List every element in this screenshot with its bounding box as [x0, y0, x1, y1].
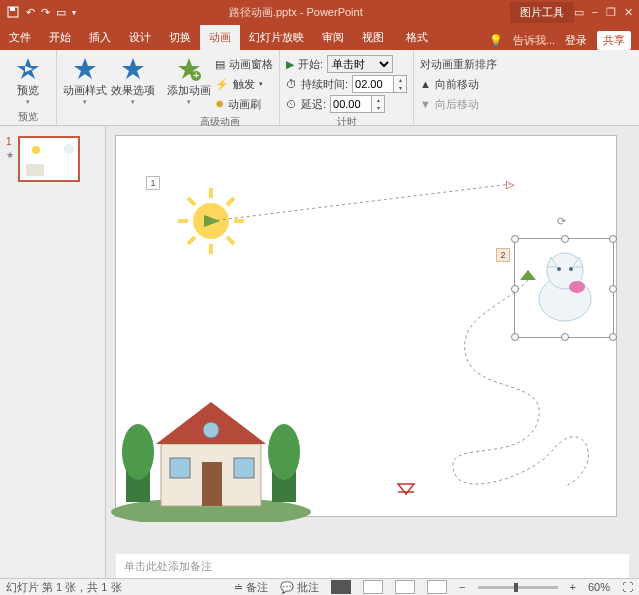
svg-line-19: [211, 184, 511, 221]
share-button[interactable]: 共享: [597, 31, 631, 50]
move-earlier-button[interactable]: ▲向前移动: [420, 74, 497, 94]
handle-se[interactable]: [609, 333, 617, 341]
delay-down[interactable]: ▾: [372, 104, 384, 112]
notes-pane[interactable]: 单击此处添加备注: [116, 550, 629, 578]
slide-thumbnail-1[interactable]: 1 ★: [4, 136, 101, 182]
handle-w[interactable]: [511, 285, 519, 293]
slide-editor[interactable]: 1 ▷ 2 ⟳: [106, 126, 639, 578]
tab-animations[interactable]: 动画: [200, 25, 240, 50]
tab-transitions[interactable]: 切换: [160, 25, 200, 50]
effect-options-button[interactable]: 效果选项▾: [111, 52, 155, 106]
down-arrow-icon: ▼: [420, 98, 431, 110]
duration-down[interactable]: ▾: [394, 84, 406, 92]
slideshow-view-button[interactable]: [427, 580, 447, 594]
trigger-button[interactable]: ⚡触发 ▾: [215, 74, 273, 94]
svg-rect-1: [10, 7, 15, 11]
svg-line-17: [227, 198, 234, 205]
move-later-button[interactable]: ▼向后移动: [420, 94, 497, 114]
svg-line-15: [227, 237, 234, 244]
zoom-in-button[interactable]: +: [570, 581, 576, 593]
delay-icon: ⏲: [286, 98, 297, 110]
preview-button[interactable]: 预览▾: [6, 52, 50, 106]
tab-format[interactable]: 格式: [397, 25, 437, 50]
animation-tag-1[interactable]: 1: [146, 176, 160, 190]
tab-slideshow[interactable]: 幻灯片放映: [240, 25, 313, 50]
svg-rect-37: [170, 458, 190, 478]
handle-e[interactable]: [609, 285, 617, 293]
tab-design[interactable]: 设计: [120, 25, 160, 50]
slide-canvas[interactable]: 1 ▷ 2 ⟳: [116, 136, 616, 516]
delay-up[interactable]: ▴: [372, 96, 384, 104]
delay-input[interactable]: [330, 95, 372, 113]
tab-review[interactable]: 审阅: [313, 25, 353, 50]
redo-icon[interactable]: ↷: [41, 6, 50, 19]
animation-pane-button[interactable]: ▤动画窗格: [215, 54, 273, 74]
animation-indicator-icon: ★: [6, 150, 14, 160]
motion-path-1: ▷: [211, 176, 521, 226]
svg-point-33: [268, 424, 300, 480]
zoom-slider[interactable]: [478, 586, 558, 589]
undo-icon[interactable]: ↶: [26, 6, 35, 19]
normal-view-button[interactable]: [331, 580, 351, 594]
selection-box[interactable]: ⟳: [514, 238, 614, 338]
reading-view-button[interactable]: [395, 580, 415, 594]
group-label-preview: 预览: [6, 109, 50, 125]
handle-s[interactable]: [561, 333, 569, 341]
handle-nw[interactable]: [511, 235, 519, 243]
star-plus-icon: +: [176, 56, 202, 82]
handle-n[interactable]: [561, 235, 569, 243]
tell-me-text[interactable]: 告诉我...: [513, 33, 555, 48]
cat-image[interactable]: [515, 239, 615, 339]
notes-toggle[interactable]: ≐ 备注: [234, 580, 268, 595]
sorter-view-button[interactable]: [363, 580, 383, 594]
animation-tag-2[interactable]: 2: [496, 248, 510, 262]
clock-icon: ⏱: [286, 78, 297, 90]
svg-text:+: +: [193, 69, 199, 81]
rotate-handle-icon[interactable]: ⟳: [557, 215, 566, 228]
zoom-level[interactable]: 60%: [588, 581, 610, 593]
duration-input[interactable]: [352, 75, 394, 93]
svg-rect-38: [234, 458, 254, 478]
zoom-out-button[interactable]: −: [459, 581, 465, 593]
ribbon-options-icon[interactable]: ▭: [574, 6, 584, 19]
qat-more-icon[interactable]: ▾: [72, 8, 76, 17]
house-image[interactable]: [106, 362, 316, 522]
star-icon: [15, 56, 41, 82]
comments-toggle[interactable]: 💬 批注: [280, 580, 319, 595]
svg-point-32: [122, 424, 154, 480]
svg-line-16: [188, 237, 195, 244]
tab-home[interactable]: 开始: [40, 25, 80, 50]
title-bar: ↶ ↷ ▭ ▾ 路径动画.pptx - PowerPoint 图片工具 ▭ − …: [0, 0, 639, 24]
thumbnail-pane[interactable]: 1 ★: [0, 126, 106, 578]
painter-icon: ✸: [215, 98, 224, 111]
tab-view[interactable]: 视图: [353, 25, 393, 50]
animation-painter-button[interactable]: ✸动画刷: [215, 94, 273, 114]
group-label-animation: [63, 112, 155, 125]
animation-styles-button[interactable]: 动画样式▾: [63, 52, 107, 106]
tab-file[interactable]: 文件: [0, 25, 40, 50]
svg-line-14: [188, 198, 195, 205]
restore-icon[interactable]: ❐: [606, 6, 616, 19]
contextual-tab-title: 图片工具: [510, 2, 574, 23]
status-bar: 幻灯片 第 1 张，共 1 张 ≐ 备注 💬 批注 − + 60% ⛶: [0, 578, 639, 595]
start-select[interactable]: 单击时: [327, 55, 393, 73]
tell-me-icon[interactable]: 💡: [489, 34, 503, 47]
duration-up[interactable]: ▴: [394, 76, 406, 84]
svg-point-25: [557, 267, 561, 271]
pane-icon: ▤: [215, 58, 225, 71]
lightning-icon: ⚡: [215, 78, 229, 91]
minimize-icon[interactable]: −: [592, 6, 598, 19]
signin-link[interactable]: 登录: [565, 33, 587, 48]
start-from-beginning-icon[interactable]: ▭: [56, 6, 66, 19]
fit-to-window-button[interactable]: ⛶: [622, 581, 633, 593]
save-icon[interactable]: [6, 5, 20, 19]
tab-insert[interactable]: 插入: [80, 25, 120, 50]
up-arrow-icon: ▲: [420, 78, 431, 90]
close-icon[interactable]: ✕: [624, 6, 633, 19]
group-advanced: + 添加动画▾ ▤动画窗格 ⚡触发 ▾ ✸动画刷 高级动画: [161, 50, 280, 125]
handle-sw[interactable]: [511, 333, 519, 341]
add-animation-button[interactable]: + 添加动画▾: [167, 52, 211, 106]
svg-text:▷: ▷: [506, 178, 515, 190]
handle-ne[interactable]: [609, 235, 617, 243]
sun-shape[interactable]: [176, 186, 246, 256]
